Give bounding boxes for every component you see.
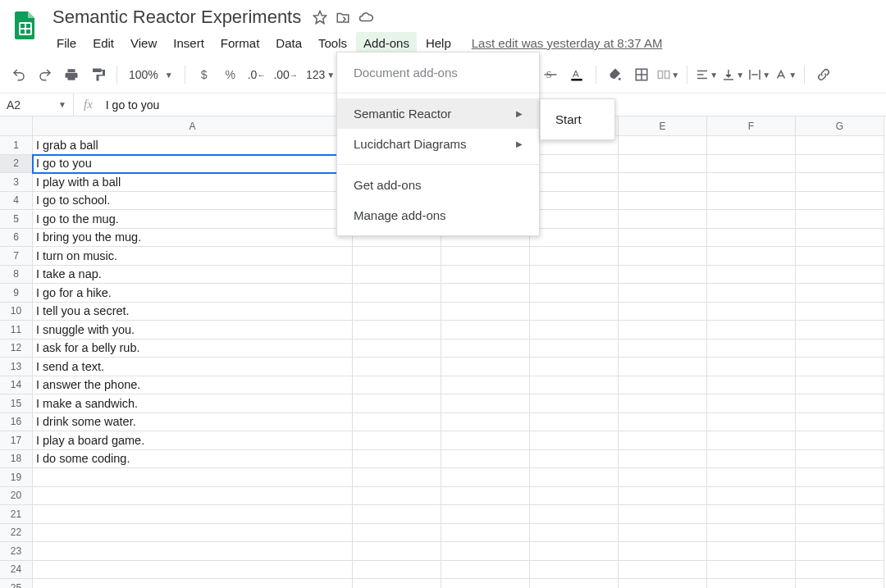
cell[interactable]	[619, 431, 707, 450]
row-header[interactable]: 17	[0, 431, 33, 450]
cell[interactable]: I go to you	[33, 155, 353, 174]
cell[interactable]	[530, 524, 619, 543]
cell[interactable]	[530, 542, 619, 561]
menu-format[interactable]: Format	[213, 32, 267, 54]
cell[interactable]	[619, 542, 707, 561]
cell[interactable]	[530, 376, 619, 395]
cell[interactable]	[353, 431, 441, 450]
row-header[interactable]: 2	[0, 155, 33, 174]
cell[interactable]	[796, 542, 884, 561]
sheets-logo-icon[interactable]	[8, 8, 41, 41]
cell[interactable]	[619, 247, 707, 266]
cell[interactable]: I snuggle with you.	[33, 321, 353, 340]
cell[interactable]	[707, 431, 796, 450]
row-header[interactable]: 1	[0, 136, 33, 155]
row-header[interactable]: 13	[0, 358, 33, 376]
cell[interactable]	[707, 266, 796, 285]
cell[interactable]	[441, 505, 530, 524]
cell[interactable]	[796, 431, 884, 450]
column-header[interactable]: G	[796, 116, 884, 136]
cloud-status-icon[interactable]	[359, 10, 373, 25]
cell[interactable]	[441, 303, 530, 321]
cell[interactable]: I play a board game.	[33, 431, 353, 450]
cell[interactable]: I tell you a secret.	[33, 303, 353, 321]
format-currency-button[interactable]: $	[192, 62, 217, 87]
cell[interactable]	[619, 155, 707, 174]
row-header[interactable]: 23	[0, 542, 33, 561]
cell[interactable]	[707, 450, 796, 469]
cell[interactable]	[441, 450, 530, 469]
redo-icon[interactable]	[33, 62, 57, 87]
cell[interactable]	[707, 155, 796, 174]
cell[interactable]	[353, 505, 441, 524]
addons-menu-get-addons[interactable]: Get add-ons	[337, 170, 539, 200]
menu-insert[interactable]: Insert	[166, 32, 212, 54]
cell[interactable]	[353, 524, 441, 543]
cell[interactable]	[619, 229, 707, 248]
cell[interactable]	[441, 266, 530, 285]
row-header[interactable]: 5	[0, 210, 33, 229]
cell[interactable]: I go to school.	[33, 192, 353, 211]
menu-view[interactable]: View	[123, 32, 164, 54]
cell[interactable]	[530, 579, 619, 588]
decrease-decimal-button[interactable]: .0←	[244, 68, 269, 81]
cell[interactable]: I ask for a belly rub.	[33, 340, 353, 358]
fill-color-icon[interactable]	[603, 62, 628, 87]
borders-icon[interactable]	[629, 62, 654, 87]
menu-help[interactable]: Help	[418, 32, 459, 54]
cell[interactable]: I make a sandwich.	[33, 394, 353, 413]
cell[interactable]: I take a nap.	[33, 266, 353, 285]
cell[interactable]	[619, 192, 707, 211]
insert-link-icon[interactable]	[811, 62, 836, 87]
cell[interactable]	[530, 413, 619, 432]
cell[interactable]	[530, 505, 619, 524]
cell[interactable]	[619, 450, 707, 469]
strikethrough-icon[interactable]: S	[538, 62, 563, 87]
cell[interactable]	[619, 376, 707, 395]
cell[interactable]	[796, 136, 884, 155]
cell[interactable]	[796, 229, 884, 248]
cell[interactable]	[796, 173, 884, 192]
cell[interactable]	[796, 266, 884, 285]
cell[interactable]	[796, 505, 884, 524]
cell[interactable]	[619, 321, 707, 340]
cell[interactable]	[530, 266, 619, 285]
cell[interactable]	[530, 155, 619, 174]
cell[interactable]	[530, 284, 619, 303]
cell[interactable]: I go to the mug.	[33, 210, 353, 229]
cell[interactable]	[707, 561, 796, 580]
cell[interactable]	[353, 340, 441, 358]
cell[interactable]	[353, 284, 441, 303]
row-header[interactable]: 21	[0, 505, 33, 524]
number-format-dropdown[interactable]: 123▼	[303, 68, 338, 81]
cell[interactable]	[441, 413, 530, 432]
text-color-icon[interactable]: A	[564, 62, 589, 87]
cell[interactable]	[707, 468, 796, 487]
cell[interactable]	[353, 266, 441, 285]
cell[interactable]	[619, 340, 707, 358]
cell[interactable]	[353, 579, 441, 588]
cell[interactable]	[530, 468, 619, 487]
cell[interactable]: I play with a ball	[33, 173, 353, 192]
row-header[interactable]: 24	[0, 561, 33, 580]
cell[interactable]	[530, 303, 619, 321]
row-header[interactable]: 16	[0, 413, 33, 432]
cell[interactable]	[353, 542, 441, 561]
menu-data[interactable]: Data	[268, 32, 309, 54]
cell[interactable]	[530, 229, 619, 248]
row-header[interactable]: 20	[0, 487, 33, 506]
row-header[interactable]: 8	[0, 266, 33, 285]
cell[interactable]	[441, 579, 530, 588]
cell[interactable]	[619, 505, 707, 524]
print-icon[interactable]	[59, 62, 84, 87]
cell[interactable]	[353, 468, 441, 487]
row-header[interactable]: 18	[0, 450, 33, 469]
row-header[interactable]: 19	[0, 468, 33, 487]
cell[interactable]	[707, 247, 796, 266]
cell[interactable]	[707, 303, 796, 321]
cell[interactable]	[619, 266, 707, 285]
cell[interactable]	[707, 505, 796, 524]
cell[interactable]	[796, 340, 884, 358]
vertical-align-icon[interactable]: ▼	[720, 62, 745, 87]
menu-add-ons[interactable]: Add-ons	[356, 32, 417, 54]
